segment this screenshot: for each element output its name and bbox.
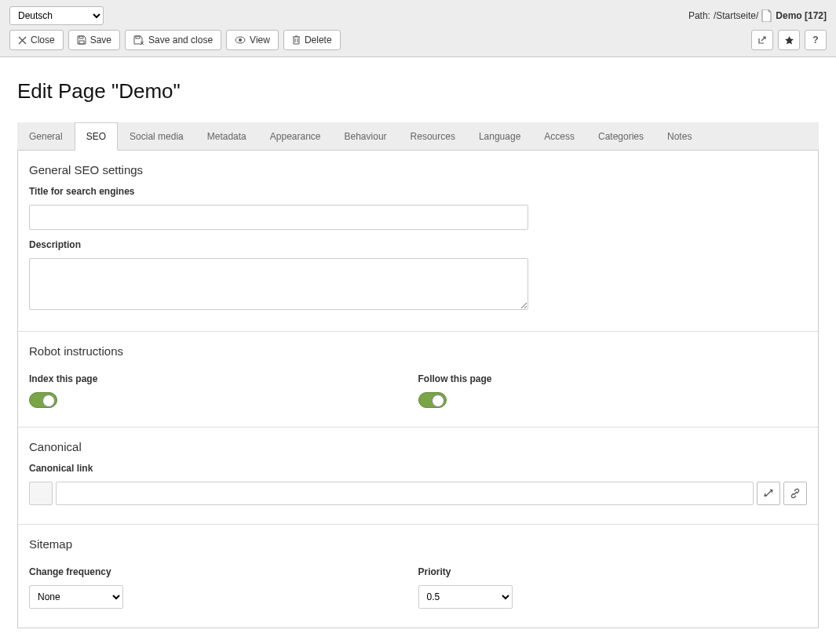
- save-close-icon: [133, 35, 144, 45]
- svg-rect-1: [79, 41, 84, 44]
- frequency-label: Change frequency: [29, 566, 418, 577]
- section-robot: Robot instructions Index this page Follo…: [18, 332, 818, 428]
- eye-icon: [235, 36, 246, 44]
- section-heading: Canonical: [29, 440, 807, 453]
- wizard-icon: [763, 488, 774, 499]
- frequency-select[interactable]: None: [29, 585, 123, 609]
- help-button[interactable]: ?: [805, 30, 827, 50]
- canonical-link-label: Canonical link: [29, 463, 807, 474]
- seo-title-label: Title for search engines: [29, 186, 807, 197]
- svg-point-4: [239, 38, 242, 42]
- follow-toggle[interactable]: [418, 392, 447, 408]
- tab-metadata[interactable]: Metadata: [195, 122, 258, 151]
- tab-categories[interactable]: Categories: [586, 122, 655, 151]
- toolbar-left: Close Save Save and close View Delete: [9, 30, 341, 50]
- section-heading: Robot instructions: [29, 344, 807, 358]
- page-title: Edit Page "Demo": [17, 79, 819, 104]
- seo-description-input[interactable]: [29, 258, 528, 310]
- save-button[interactable]: Save: [68, 30, 120, 50]
- path-label: Path:: [688, 10, 710, 21]
- seo-description-label: Description: [29, 239, 807, 250]
- index-label: Index this page: [29, 373, 418, 384]
- tab-language[interactable]: Language: [467, 122, 532, 151]
- close-icon: [18, 36, 27, 45]
- breadcrumb: Path: /Startseite/ Demo [172]: [688, 9, 827, 22]
- open-external-button[interactable]: [751, 30, 773, 50]
- section-canonical: Canonical Canonical link: [18, 428, 818, 525]
- section-sitemap: Sitemap Change frequency None Priority 0…: [18, 525, 818, 628]
- star-icon: [784, 35, 794, 45]
- tabs: General SEO Social media Metadata Appear…: [17, 122, 819, 151]
- delete-button[interactable]: Delete: [283, 30, 341, 50]
- page-id: [172]: [805, 10, 827, 21]
- priority-select[interactable]: 0.5: [418, 585, 513, 609]
- tab-notes[interactable]: Notes: [655, 122, 703, 151]
- bookmark-button[interactable]: [778, 30, 800, 50]
- delete-label: Delete: [305, 35, 332, 45]
- save-and-close-button[interactable]: Save and close: [125, 30, 221, 50]
- link-icon: [790, 488, 801, 499]
- tab-resources[interactable]: Resources: [399, 122, 467, 151]
- index-toggle[interactable]: [29, 392, 57, 408]
- svg-rect-2: [136, 36, 140, 38]
- canonical-link-button[interactable]: [783, 482, 807, 505]
- language-select[interactable]: Deutsch: [9, 6, 104, 25]
- canonical-prefix: [29, 482, 53, 505]
- seo-title-input[interactable]: [29, 205, 528, 230]
- close-label: Close: [31, 35, 55, 45]
- tab-general[interactable]: General: [17, 122, 75, 151]
- save-close-label: Save and close: [148, 35, 213, 45]
- toolbar-right: ?: [751, 30, 827, 50]
- section-heading: Sitemap: [29, 537, 807, 551]
- priority-label: Priority: [418, 566, 808, 577]
- svg-rect-0: [79, 36, 83, 38]
- tab-seo[interactable]: SEO: [75, 122, 118, 151]
- document-icon: [761, 9, 772, 22]
- tab-appearance[interactable]: Appearance: [258, 122, 333, 151]
- save-label: Save: [90, 35, 111, 45]
- panel: General SEO settings Title for search en…: [17, 151, 819, 628]
- view-label: View: [250, 35, 270, 45]
- page-name: Demo: [776, 10, 801, 21]
- trash-icon: [292, 35, 301, 45]
- path-segments: /Startseite/: [714, 10, 758, 21]
- follow-label: Follow this page: [418, 373, 808, 384]
- tab-access[interactable]: Access: [532, 122, 586, 151]
- section-general-seo: General SEO settings Title for search en…: [18, 151, 818, 332]
- help-icon: ?: [812, 35, 818, 45]
- tab-social-media[interactable]: Social media: [118, 122, 195, 151]
- canonical-wizard-button[interactable]: [757, 482, 780, 505]
- canonical-link-input[interactable]: [56, 482, 754, 505]
- close-button[interactable]: Close: [9, 30, 64, 50]
- save-icon: [77, 35, 86, 45]
- external-link-icon: [758, 35, 767, 45]
- topbar: Deutsch Path: /Startseite/ Demo [172] Cl…: [0, 0, 836, 57]
- content: Edit Page "Demo" General SEO Social medi…: [0, 57, 836, 644]
- tab-behaviour[interactable]: Behaviour: [333, 122, 399, 151]
- view-button[interactable]: View: [226, 30, 279, 50]
- section-heading: General SEO settings: [29, 163, 807, 176]
